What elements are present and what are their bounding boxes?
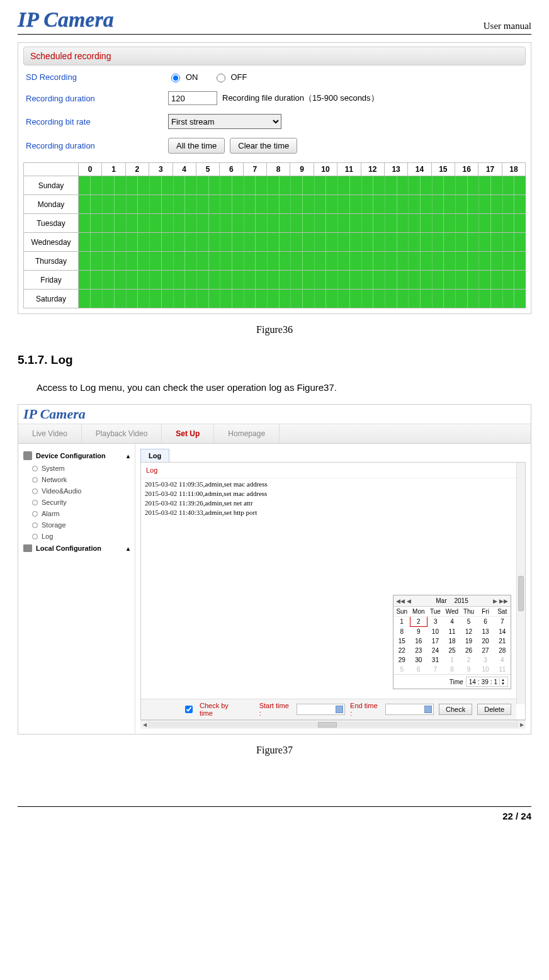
schedule-cell[interactable]	[173, 195, 196, 214]
calendar-day[interactable]: 8	[393, 627, 410, 637]
schedule-cell[interactable]	[149, 214, 173, 233]
schedule-cell[interactable]	[408, 290, 431, 308]
sidebar-item[interactable]: Alarm	[18, 508, 135, 519]
schedule-cell[interactable]	[408, 271, 431, 290]
recording-duration-input[interactable]	[168, 91, 217, 105]
log-tab[interactable]: Log	[140, 449, 169, 462]
schedule-cell[interactable]	[385, 214, 408, 233]
calendar-day[interactable]: 13	[477, 627, 494, 637]
schedule-cell[interactable]	[502, 214, 526, 233]
calendar-day[interactable]: 21	[494, 636, 511, 646]
schedule-cell[interactable]	[79, 233, 102, 252]
schedule-cell[interactable]	[267, 176, 290, 195]
calendar-day[interactable]: 10	[477, 665, 494, 674]
schedule-cell[interactable]	[314, 195, 337, 214]
schedule-cell[interactable]	[408, 195, 431, 214]
schedule-cell[interactable]	[267, 195, 290, 214]
schedule-cell[interactable]	[290, 195, 314, 214]
schedule-cell[interactable]	[173, 214, 196, 233]
schedule-cell[interactable]	[244, 214, 267, 233]
schedule-cell[interactable]	[337, 252, 361, 271]
schedule-cell[interactable]	[337, 290, 361, 308]
calendar-day[interactable]: 27	[477, 646, 494, 655]
calendar-day[interactable]: 24	[427, 646, 444, 655]
schedule-cell[interactable]	[502, 176, 526, 195]
sidebar-item[interactable]: Storage	[18, 519, 135, 531]
schedule-cell[interactable]	[126, 176, 149, 195]
schedule-cell[interactable]	[126, 290, 149, 308]
schedule-cell[interactable]	[220, 214, 243, 233]
sidebar-group-device-config[interactable]: Device Configuration ▴	[18, 449, 135, 463]
schedule-cell[interactable]	[478, 214, 502, 233]
schedule-cell[interactable]	[79, 176, 102, 195]
schedule-cell[interactable]	[244, 233, 267, 252]
schedule-cell[interactable]	[290, 233, 314, 252]
schedule-cell[interactable]	[432, 176, 455, 195]
schedule-cell[interactable]	[126, 252, 149, 271]
sd-recording-on-radio[interactable]	[171, 74, 180, 82]
calendar-time-input[interactable]: 14: 39: 1 ▲▼	[466, 677, 508, 687]
schedule-cell[interactable]	[196, 176, 220, 195]
schedule-cell[interactable]	[220, 290, 243, 308]
schedule-cell[interactable]	[314, 233, 337, 252]
schedule-cell[interactable]	[196, 195, 220, 214]
calendar-day[interactable]: 8	[444, 665, 461, 674]
calendar-day[interactable]: 5	[460, 617, 477, 627]
start-time-input[interactable]	[297, 704, 345, 715]
schedule-cell[interactable]	[385, 195, 408, 214]
schedule-cell[interactable]	[455, 290, 478, 308]
schedule-cell[interactable]	[196, 252, 220, 271]
schedule-cell[interactable]	[314, 271, 337, 290]
calendar-day[interactable]: 6	[410, 665, 427, 674]
schedule-cell[interactable]	[126, 214, 149, 233]
calendar-day[interactable]: 28	[494, 646, 511, 655]
schedule-cell[interactable]	[290, 252, 314, 271]
schedule-cell[interactable]	[408, 252, 431, 271]
schedule-cell[interactable]	[361, 214, 385, 233]
schedule-cell[interactable]	[220, 176, 243, 195]
end-time-input[interactable]	[385, 704, 434, 715]
schedule-cell[interactable]	[102, 290, 125, 308]
schedule-cell[interactable]	[126, 233, 149, 252]
calendar-day[interactable]: 18	[444, 636, 461, 646]
schedule-cell[interactable]	[408, 176, 431, 195]
schedule-cell[interactable]	[102, 195, 125, 214]
schedule-cell[interactable]	[478, 290, 502, 308]
schedule-cell[interactable]	[267, 290, 290, 308]
schedule-cell[interactable]	[267, 271, 290, 290]
calendar-day[interactable]: 17	[427, 636, 444, 646]
nav-tab[interactable]: Set Up	[162, 424, 214, 443]
schedule-cell[interactable]	[385, 176, 408, 195]
calendar-day[interactable]: 16	[410, 636, 427, 646]
schedule-cell[interactable]	[79, 252, 102, 271]
schedule-cell[interactable]	[267, 214, 290, 233]
sidebar-item[interactable]: Security	[18, 497, 135, 508]
calendar-day[interactable]: 25	[444, 646, 461, 655]
schedule-cell[interactable]	[196, 271, 220, 290]
schedule-cell[interactable]	[244, 195, 267, 214]
schedule-cell[interactable]	[79, 271, 102, 290]
sd-recording-off-radio[interactable]	[217, 74, 225, 82]
schedule-cell[interactable]	[385, 290, 408, 308]
delete-button[interactable]: Delete	[477, 704, 511, 715]
calendar-day[interactable]: 9	[410, 627, 427, 637]
calendar-day[interactable]: 11	[494, 665, 511, 674]
recording-bitrate-select[interactable]: First stream	[168, 114, 281, 129]
schedule-cell[interactable]	[173, 176, 196, 195]
schedule-cell[interactable]	[244, 290, 267, 308]
schedule-cell[interactable]	[408, 233, 431, 252]
schedule-cell[interactable]	[314, 290, 337, 308]
schedule-cell[interactable]	[290, 290, 314, 308]
calendar-day[interactable]: 10	[427, 627, 444, 637]
schedule-cell[interactable]	[220, 252, 243, 271]
schedule-cell[interactable]	[79, 195, 102, 214]
schedule-cell[interactable]	[337, 214, 361, 233]
calendar-day[interactable]: 26	[460, 646, 477, 655]
vertical-scrollbar[interactable]	[516, 463, 525, 704]
schedule-cell[interactable]	[385, 252, 408, 271]
schedule-cell[interactable]	[126, 195, 149, 214]
calendar-day[interactable]: 22	[393, 646, 410, 655]
schedule-cell[interactable]	[196, 214, 220, 233]
schedule-cell[interactable]	[478, 176, 502, 195]
schedule-cell[interactable]	[149, 290, 173, 308]
